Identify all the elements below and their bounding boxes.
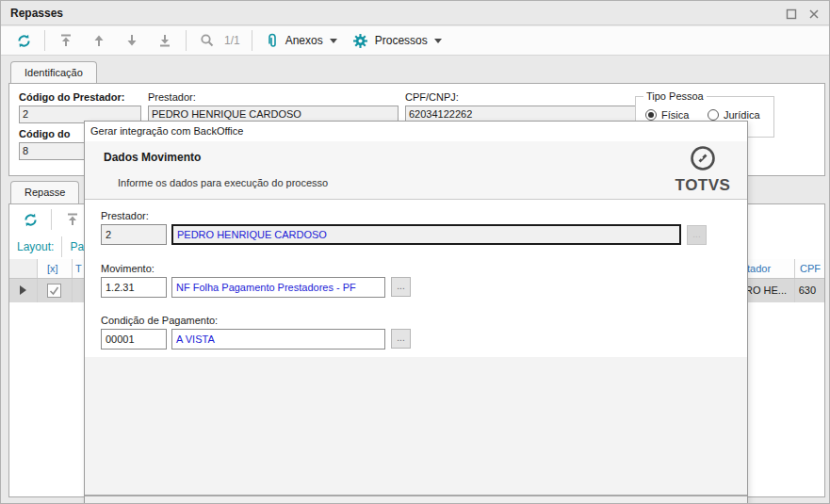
search-icon [200,33,215,48]
close-button[interactable] [806,7,822,22]
last-record-button[interactable] [156,32,173,49]
indicator-column-header [9,259,38,278]
row-checkbox[interactable] [47,284,61,298]
first-record-icon [58,33,73,48]
totvs-brand: TOTVS [672,144,734,195]
dialog-condicao-desc-field[interactable]: A VISTA [171,329,385,350]
codigo-prestador-label: Código do Prestador: [19,91,124,103]
dialog-condicao-code-field[interactable]: 00001 [101,329,167,350]
grid-first-button[interactable] [64,211,81,228]
column-header-cpf[interactable]: CPF [800,259,821,278]
row-indicator-icon [20,285,26,295]
refresh-button[interactable] [15,32,32,49]
window-title: Repasses [10,1,63,25]
previous-record-icon [91,33,106,48]
column-header-t[interactable]: T [75,259,82,278]
refresh-icon [23,212,39,228]
backoffice-dialog: Gerar integração com BackOffice Dados Mo… [84,121,748,504]
next-record-icon [124,33,139,48]
dialog-header-subtitle: Informe os dados para execução do proces… [118,177,328,188]
prestador-label: Prestador: [148,91,196,103]
anexos-label: Anexos [285,34,323,47]
dialog-footer [85,357,747,495]
dialog-header-title: Dados Movimento [104,151,201,164]
last-record-icon [157,33,172,48]
grid-refresh-button[interactable] [22,211,39,228]
dialog-prestador-code-field[interactable]: 2 [101,224,167,245]
dialog-condicao-label: Condição de Pagamento: [101,315,218,326]
refresh-icon [16,33,32,49]
maximize-icon [784,7,799,22]
radio-juridica[interactable]: Jurídica [708,109,760,121]
tipo-pessoa-label: Tipo Pessoa [643,90,707,102]
dialog-prestador-desc-field[interactable]: PEDRO HENRIQUE CARDOSO [171,224,681,245]
dialog-movimento-label: Movimento: [101,263,155,274]
column-header-check[interactable]: [x] [47,259,58,278]
radio-unselected-icon [708,109,719,121]
check-icon [48,285,60,297]
radio-selected-icon [645,109,657,121]
row-cell-prestador: RO HE... [745,279,787,301]
layout-label: Layout: [17,240,54,253]
dialog-body: Prestador: 2 PEDRO HENRIQUE CARDOSO ... … [85,200,747,357]
dialog-prestador-label: Prestador: [101,210,149,221]
paperclip-icon [266,33,279,49]
next-record-button[interactable] [123,32,140,49]
main-toolbar: 1/1 Anexos Processos [1,26,830,56]
column-divider [72,259,73,278]
column-header-prestador[interactable]: tador [747,259,771,278]
radio-fisica[interactable]: Física [645,109,689,121]
processos-label: Processos [375,34,428,47]
page-indicator: 1/1 [224,34,240,47]
dialog-movimento-code-field[interactable]: 1.2.31 [101,277,167,298]
first-record-button[interactable] [57,32,74,49]
column-divider [72,279,73,302]
search-button[interactable] [199,32,216,49]
chevron-down-icon [330,39,337,43]
dialog-movimento-browse-button[interactable]: ... [391,277,411,297]
dialog-header: Dados Movimento Informe os dados para ex… [85,141,747,200]
gear-icon [352,33,368,49]
chevron-down-icon [434,39,442,43]
anexos-button[interactable]: Anexos [266,33,337,49]
separator [44,30,45,51]
repasses-window: Repasses [0,0,830,504]
fisica-label: Física [661,109,689,121]
juridica-label: Jurídica [724,109,760,121]
separator [252,30,252,51]
totvs-brand-text: TOTVS [672,176,734,195]
totvs-logo-icon [689,144,717,172]
tab-identificacao[interactable]: Identificação [10,61,97,84]
codigo2-label: Código do [19,128,70,139]
column-divider [794,259,795,278]
dialog-movimento-desc-field[interactable]: NF Folha Pagamento Prestadores - PF [171,277,385,298]
dialog-title: Gerar integração com BackOffice [85,122,747,141]
row-cell-cpf: 630 [791,279,816,301]
tab-repasse[interactable]: Repasse [10,181,79,203]
processos-button[interactable]: Processos [352,33,442,49]
separator [51,209,52,230]
dialog-prestador-browse-button: ... [687,225,707,245]
separator [61,236,62,257]
row-indicator-cell [9,279,38,302]
dialog-condicao-browse-button[interactable]: ... [391,329,411,349]
first-record-icon [65,212,80,227]
separator [186,30,187,51]
maximize-button[interactable] [784,7,799,22]
title-bar: Repasses [1,1,830,25]
cpf-cnpj-label: CPF/CNPJ: [405,91,459,103]
close-icon [806,7,822,22]
previous-record-button[interactable] [90,32,107,49]
dialog-bottom-strip [85,495,747,504]
